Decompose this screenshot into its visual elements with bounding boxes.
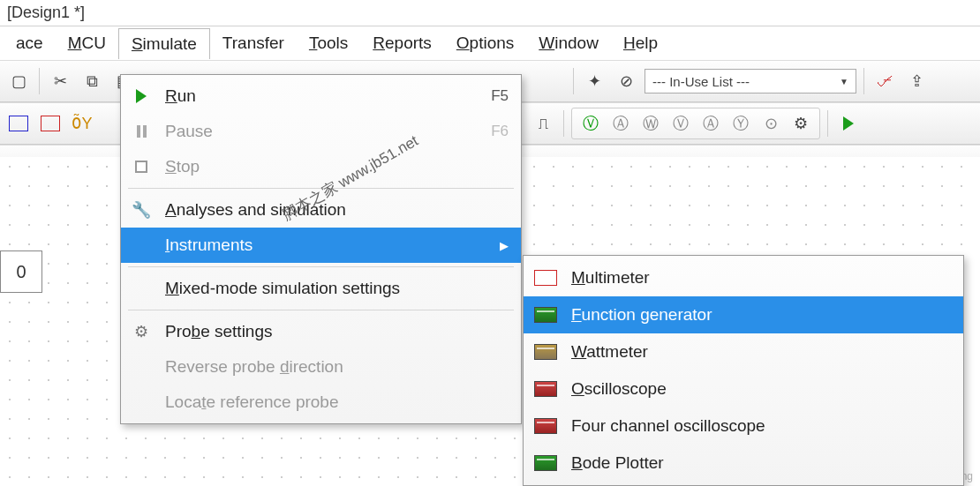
four-channel-icon — [532, 415, 559, 437]
locate-probe-label: Locate reference probe — [165, 393, 509, 412]
check-icon[interactable]: ⍻ — [871, 68, 898, 94]
menu-simulate[interactable]: Simulate — [118, 28, 210, 59]
menu-instruments[interactable]: Instruments ▶ — [121, 228, 521, 263]
wattmeter-label: Wattmeter — [571, 342, 648, 362]
multimeter-icon — [532, 267, 559, 288]
red-icon[interactable] — [37, 110, 64, 137]
pause-shortcut: F6 — [491, 123, 509, 140]
four-channel-label: Four channel oscilloscope — [571, 416, 765, 436]
menu-reports[interactable]: Reports — [360, 28, 444, 58]
gear-icon: ⚙ — [130, 322, 153, 341]
sq-wave-icon[interactable]: ⎍ — [530, 110, 556, 137]
tb-sep — [827, 110, 828, 137]
wrench-icon: 🔧 — [130, 200, 153, 220]
run-shortcut: F5 — [491, 87, 509, 105]
submenu-bode-plotter[interactable]: Bode Plotter — [524, 445, 963, 482]
pause-label: Pause — [165, 122, 479, 141]
multimeter-label: Multimeter — [571, 268, 650, 288]
menu-tools[interactable]: Tools — [297, 28, 360, 58]
probe-v-icon[interactable]: Ⓥ — [577, 110, 604, 137]
probe-settings-label: Probe settings — [165, 322, 509, 341]
play-icon — [130, 89, 153, 103]
menu-bar: ace MCU Simulate Transfer Tools Reports … — [0, 26, 980, 60]
probe-w-icon[interactable]: Ⓦ — [637, 110, 664, 137]
menu-options[interactable]: Options — [444, 28, 526, 58]
function-generator-label: Function generator — [571, 305, 712, 325]
menu-help[interactable]: Help — [611, 28, 670, 58]
run-label: Run — [165, 86, 479, 106]
simulate-dropdown: Run F5 Pause F6 Stop 🔧 Analyses and simu… — [120, 74, 522, 424]
function-generator-icon — [532, 304, 559, 325]
bode-plotter-icon — [532, 452, 559, 474]
ov-icon[interactable]: 0̃Y — [69, 110, 95, 137]
submenu-arrow-icon: ▶ — [500, 239, 509, 252]
menu-locate-probe: Locate reference probe — [121, 385, 521, 420]
menu-stop: Stop — [121, 149, 521, 184]
probe-d-icon[interactable]: ⊙ — [758, 110, 784, 137]
window-title: [Design1 *] — [0, 0, 980, 26]
menu-probe-settings[interactable]: ⚙ Probe settings — [121, 314, 521, 349]
stop-icon — [130, 161, 153, 173]
menu-analyses[interactable]: 🔧 Analyses and simulation — [121, 192, 521, 228]
stop-label: Stop — [165, 157, 509, 176]
menu-place[interactable]: ace — [4, 28, 56, 58]
menu-reverse-probe: Reverse probe direction — [121, 349, 521, 385]
in-use-list-label: --- In-Use List --- — [652, 74, 750, 89]
menu-pause: Pause F6 — [121, 114, 521, 149]
submenu-four-channel[interactable]: Four channel oscilloscope — [524, 407, 963, 445]
menu-separator — [128, 266, 514, 267]
menu-mixed-mode[interactable]: Mixed-mode simulation settings — [121, 271, 521, 306]
probe-a2-icon[interactable]: Ⓐ — [697, 110, 724, 137]
pause-icon — [130, 125, 153, 138]
copy-icon[interactable]: ⧉ — [79, 68, 105, 94]
menu-transfer[interactable]: Transfer — [210, 28, 297, 58]
gear-icon[interactable]: ⚙ — [788, 110, 814, 137]
probe-v2-icon[interactable]: Ⓥ — [667, 110, 694, 137]
analyses-label: Analyses and simulation — [165, 200, 509, 220]
submenu-multimeter[interactable]: Multimeter — [524, 259, 963, 296]
tb-sep — [573, 68, 574, 94]
instruments-label: Instruments — [165, 236, 487, 255]
probe-y-icon[interactable]: Ⓨ — [727, 110, 754, 137]
link-icon[interactable]: ⊘ — [613, 68, 639, 94]
menu-window[interactable]: Window — [526, 28, 611, 58]
wattmeter-icon — [532, 341, 559, 363]
mixed-label: Mixed-mode simulation settings — [165, 279, 509, 298]
probe-group: Ⓥ Ⓐ Ⓦ Ⓥ Ⓐ Ⓨ ⊙ ⚙ — [571, 108, 820, 139]
instruments-submenu: Multimeter Function generator Wattmeter … — [523, 255, 964, 486]
oscilloscope-icon — [532, 378, 559, 400]
export-icon[interactable]: ⇪ — [903, 68, 930, 94]
menu-mcu[interactable]: MCU — [56, 28, 118, 58]
dropdown-arrow-icon: ▼ — [840, 77, 848, 86]
tb-sep — [39, 68, 40, 94]
reverse-probe-label: Reverse probe direction — [165, 357, 509, 377]
cut-icon[interactable]: ✂ — [47, 68, 73, 94]
play-icon[interactable] — [835, 110, 862, 137]
oscilloscope-label: Oscilloscope — [571, 379, 667, 399]
canvas-node-0[interactable]: 0 — [0, 250, 42, 293]
tb-icon-1[interactable]: ▢ — [5, 68, 32, 94]
submenu-function-generator[interactable]: Function generator — [524, 296, 963, 333]
tb-sep — [863, 68, 864, 94]
bode-plotter-label: Bode Plotter — [571, 453, 664, 473]
sparkle-icon[interactable]: ✦ — [581, 68, 607, 94]
cmos-icon[interactable] — [5, 110, 32, 137]
in-use-list-combo[interactable]: --- In-Use List --- ▼ — [645, 69, 856, 93]
probe-a-icon[interactable]: Ⓐ — [607, 110, 634, 137]
menu-separator — [128, 188, 514, 189]
menu-separator — [128, 310, 514, 310]
submenu-oscilloscope[interactable]: Oscilloscope — [524, 370, 963, 407]
tb-sep — [563, 110, 564, 137]
submenu-wattmeter[interactable]: Wattmeter — [524, 333, 963, 370]
menu-run[interactable]: Run F5 — [121, 79, 521, 114]
